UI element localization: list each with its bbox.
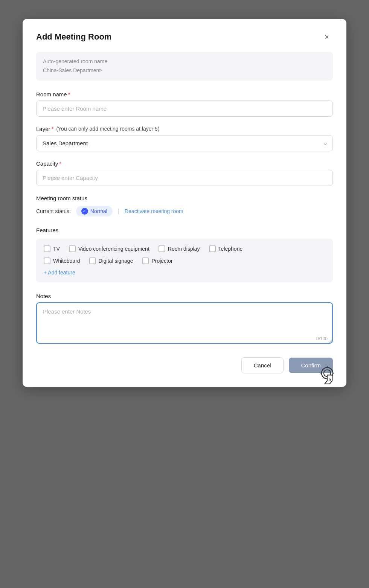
- auto-generated-line1: Auto-generated room name: [43, 57, 326, 66]
- feature-telephone-label: Telephone: [218, 246, 243, 252]
- feature-whiteboard-label: Whiteboard: [53, 258, 80, 264]
- feature-projector-checkbox[interactable]: [142, 257, 149, 264]
- features-title: Features: [36, 227, 333, 233]
- feature-telephone-checkbox[interactable]: [209, 245, 216, 252]
- feature-video-label: Video conferencing equipment: [78, 246, 149, 252]
- layer-required: *: [52, 126, 54, 132]
- feature-digital-signage[interactable]: Digital signage: [89, 257, 133, 264]
- feature-tv-checkbox[interactable]: [44, 245, 50, 252]
- meeting-room-status-section: Meeting room status Current status: ✓ No…: [36, 195, 333, 216]
- feature-room-display[interactable]: Room display: [159, 245, 200, 252]
- add-meeting-room-modal: Add Meeting Room × Auto-generated room n…: [23, 19, 346, 387]
- status-divider: |: [118, 208, 119, 215]
- check-icon: ✓: [81, 208, 88, 215]
- add-feature-button[interactable]: + Add feature: [44, 270, 75, 276]
- layer-select[interactable]: Sales Department: [36, 135, 333, 151]
- notes-textarea-wrapper: 0/100: [36, 302, 333, 345]
- features-section: Features TV Video conferencing equipment…: [36, 227, 333, 282]
- close-button[interactable]: ×: [321, 31, 333, 43]
- room-name-label: Room name *: [36, 91, 333, 97]
- status-row: Current status: ✓ Normal | Deactivate me…: [36, 206, 333, 216]
- feature-room-display-checkbox[interactable]: [159, 245, 165, 252]
- auto-generated-line2: China-Sales Department-: [43, 66, 326, 75]
- status-section-title: Meeting room status: [36, 195, 333, 201]
- feature-tv[interactable]: TV: [44, 245, 60, 252]
- notes-title: Notes: [36, 293, 333, 299]
- feature-digital-signage-label: Digital signage: [99, 258, 133, 264]
- feature-projector[interactable]: Projector: [142, 257, 172, 264]
- layer-select-wrapper: Sales Department ⌵: [36, 135, 333, 151]
- layer-note: (You can only add meeting rooms at layer…: [56, 126, 159, 132]
- notes-section: Notes 0/100: [36, 293, 333, 345]
- feature-room-display-label: Room display: [168, 246, 200, 252]
- status-badge-text: Normal: [90, 208, 107, 214]
- feature-tv-label: TV: [53, 246, 60, 252]
- notes-counter: 0/100: [316, 336, 328, 341]
- modal-header: Add Meeting Room ×: [36, 31, 333, 43]
- capacity-input[interactable]: [36, 170, 333, 186]
- feature-video-checkbox[interactable]: [69, 245, 76, 252]
- layer-label: Layer * (You can only add meeting rooms …: [36, 126, 333, 132]
- modal-title: Add Meeting Room: [36, 32, 111, 42]
- capacity-group: Capacity *: [36, 160, 333, 186]
- features-row-2: Whiteboard Digital signage Projector: [44, 257, 325, 264]
- notes-textarea[interactable]: [36, 302, 333, 344]
- feature-video-conferencing[interactable]: Video conferencing equipment: [69, 245, 149, 252]
- feature-whiteboard[interactable]: Whiteboard: [44, 257, 80, 264]
- auto-generated-box: Auto-generated room name China-Sales Dep…: [36, 52, 333, 81]
- cancel-button[interactable]: Cancel: [241, 357, 284, 373]
- feature-telephone[interactable]: Telephone: [209, 245, 243, 252]
- layer-group: Layer * (You can only add meeting rooms …: [36, 126, 333, 151]
- room-name-group: Room name *: [36, 91, 333, 117]
- room-name-required: *: [68, 91, 70, 97]
- modal-footer: Cancel Confirm: [36, 357, 333, 373]
- capacity-required: *: [59, 160, 61, 167]
- confirm-button[interactable]: Confirm: [289, 358, 333, 373]
- status-badge: ✓ Normal: [76, 206, 113, 216]
- deactivate-link[interactable]: Deactivate meeting room: [125, 208, 183, 214]
- features-row-1: TV Video conferencing equipment Room dis…: [44, 245, 325, 252]
- feature-projector-label: Projector: [151, 258, 172, 264]
- feature-whiteboard-checkbox[interactable]: [44, 257, 50, 264]
- feature-digital-signage-checkbox[interactable]: [89, 257, 96, 264]
- capacity-label: Capacity *: [36, 160, 333, 167]
- features-box: TV Video conferencing equipment Room dis…: [36, 239, 333, 282]
- room-name-input[interactable]: [36, 101, 333, 117]
- current-status-label: Current status:: [36, 208, 71, 214]
